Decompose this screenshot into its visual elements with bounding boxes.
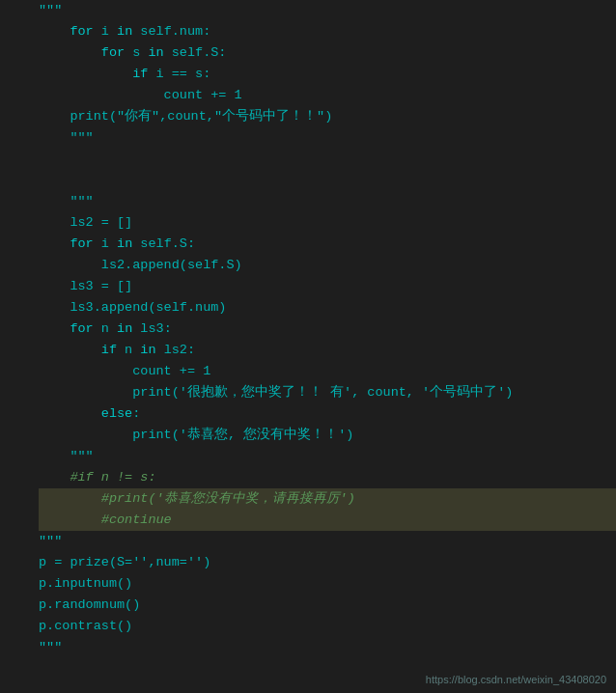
- code-line: else:: [39, 403, 616, 425]
- code-line: p.randomnum(): [39, 595, 616, 616]
- code-area: """ for i in self.num: for s in self.S: …: [0, 0, 616, 693]
- code-line: p = prize(S='',num=''): [39, 552, 616, 573]
- code-editor: """ for i in self.num: for s in self.S: …: [0, 0, 616, 693]
- code-line: ls3.append(self.num): [39, 297, 616, 319]
- code-line: #continue: [39, 510, 616, 531]
- code-line: print('很抱歉，您中奖了！！ 有', count, '个号码中了'): [39, 382, 616, 403]
- code-line: count += 1: [39, 85, 616, 106]
- code-line: [39, 149, 616, 170]
- code-line: for i in self.num:: [39, 21, 616, 42]
- code-line: """: [39, 531, 616, 552]
- code-line: #if n != s:: [39, 467, 616, 488]
- code-line: print("你有",count,"个号码中了！！"): [39, 106, 616, 127]
- code-line: if i == s:: [39, 64, 616, 85]
- code-line: p.contrast(): [39, 616, 616, 637]
- code-line: """: [39, 0, 616, 21]
- code-line: """: [39, 127, 616, 149]
- code-line: ls2 = []: [39, 212, 616, 234]
- code-line: #print('恭喜您没有中奖，请再接再厉'): [39, 488, 616, 510]
- code-line: if n in ls2:: [39, 340, 616, 361]
- code-lines: """ for i in self.num: for s in self.S: …: [29, 0, 616, 693]
- code-line: for i in self.S:: [39, 234, 616, 255]
- code-line: print('恭喜您, 您没有中奖！！'): [39, 425, 616, 446]
- line-numbers: [0, 0, 29, 693]
- code-line: """: [39, 191, 616, 212]
- code-line: count += 1: [39, 361, 616, 382]
- code-line: ls3 = []: [39, 276, 616, 297]
- code-line: p.inputnum(): [39, 573, 616, 595]
- code-line: [39, 170, 616, 191]
- code-line: """: [39, 446, 616, 467]
- watermark: https://blog.csdn.net/weixin_43408020: [426, 674, 606, 685]
- code-line: for n in ls3:: [39, 319, 616, 340]
- code-line: """: [39, 637, 616, 658]
- code-line: ls2.append(self.S): [39, 255, 616, 276]
- code-line: for s in self.S:: [39, 42, 616, 64]
